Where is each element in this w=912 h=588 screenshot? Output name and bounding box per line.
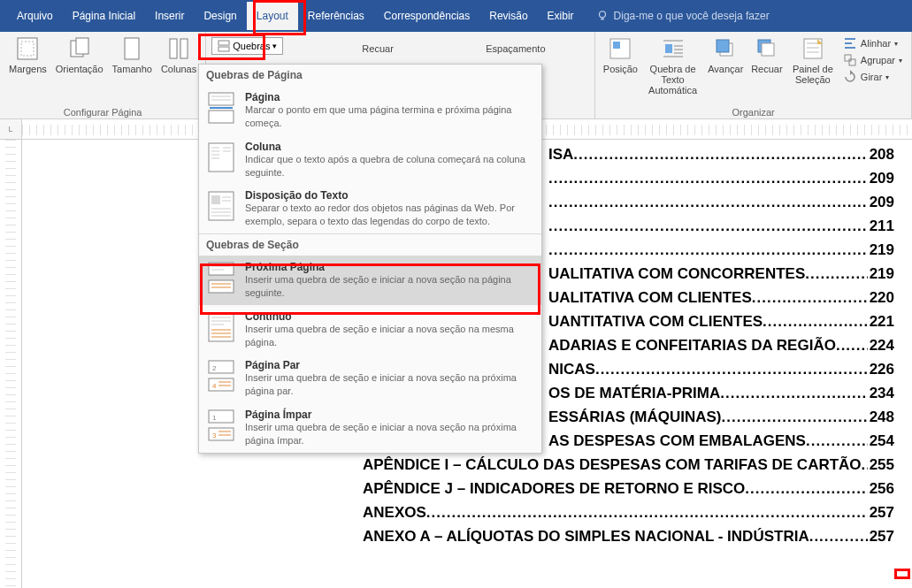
agrupar-label: Agrupar	[861, 55, 895, 65]
toc-page-number: 257	[870, 504, 894, 522]
dd-item-pagina-par[interactable]: 24 Página ParInserir uma quebra de seção…	[199, 354, 541, 403]
agrupar-button[interactable]: Agrupar▾	[843, 52, 902, 68]
dd-section-section-breaks: Quebras de Seção	[199, 234, 541, 256]
quebra-texto-button[interactable]: Quebra de Texto Automática	[642, 34, 704, 97]
dd-item-proxima-pagina[interactable]: Próxima PáginaInserir uma quebra de seçã…	[199, 256, 541, 305]
colunas-label: Colunas	[161, 64, 196, 74]
continuous-section-icon	[206, 310, 236, 344]
tab-referencias[interactable]: Referências	[298, 2, 374, 30]
orientacao-label: Orientação	[56, 64, 103, 74]
chevron-down-icon: ▾	[272, 42, 277, 50]
tab-correspondencias[interactable]: Correspondências	[374, 2, 479, 30]
toc-leader-dots	[745, 480, 867, 498]
toc-text: ADARIAS E CONFEITARIAS DA REGIÃO	[548, 337, 836, 355]
dd-desc: Indicar que o texto após a quebra de col…	[245, 153, 534, 179]
toc-leader-dots	[763, 313, 868, 331]
margens-button[interactable]: Margens	[5, 34, 50, 76]
svg-text:3: 3	[212, 431, 217, 439]
toc-page-number: 221	[870, 313, 894, 331]
odd-page-section-icon: 13	[206, 409, 236, 442]
breaks-icon	[218, 40, 230, 52]
svg-rect-6	[170, 39, 177, 58]
margins-icon	[14, 35, 41, 62]
girar-label: Girar	[861, 72, 882, 82]
dd-title: Próxima Página	[245, 261, 534, 273]
toc-text: ANEXO A – ALÍQUOTAS DO SIMPLES NACIONAL …	[363, 528, 809, 546]
svg-rect-24	[211, 195, 220, 204]
tamanho-label: Tamanho	[112, 64, 152, 74]
recuar-header: Recuar	[362, 43, 393, 54]
toc-page-number: 208	[870, 146, 894, 164]
alinhar-button[interactable]: Alinhar▾	[843, 35, 902, 51]
svg-rect-16	[762, 43, 774, 56]
svg-rect-20	[209, 93, 234, 105]
position-icon	[607, 35, 633, 62]
toc-leader-dots	[548, 194, 868, 211]
toc-line: APÊNDICE I – CÁLCULO DAS DESPESAS COM TA…	[35, 456, 894, 474]
toc-leader-dots	[548, 218, 868, 235]
toc-page-number: 256	[870, 480, 894, 498]
textwrap-icon	[660, 35, 686, 62]
dd-item-continuo[interactable]: ContínuoInserir uma quebra de seção e in…	[199, 305, 541, 355]
tab-pagina-inicial[interactable]: Página Inicial	[63, 2, 145, 30]
avancar-button[interactable]: Avançar	[706, 34, 746, 76]
align-icon	[843, 36, 857, 50]
tab-revisao[interactable]: Revisão	[479, 2, 537, 30]
dd-item-coluna[interactable]: ColunaIndicar que o texto após a quebra …	[199, 135, 541, 185]
dd-item-pagina[interactable]: PáginaMarcar o ponto em que uma página t…	[199, 86, 541, 135]
dd-desc: Separar o texto ao redor dos objetos nas…	[245, 202, 534, 228]
column-break-icon	[206, 141, 236, 174]
toc-text: UALITATIVA COM CLIENTES	[548, 289, 752, 307]
tab-layout[interactable]: Layout	[247, 2, 298, 30]
toc-page-number: 219	[870, 241, 894, 259]
toc-text: APÊNDICE J – INDICADORES DE RETORNO E RI…	[363, 480, 745, 498]
orientacao-button[interactable]: Orientação	[52, 34, 107, 76]
quebras-button[interactable]: Quebras ▾	[211, 37, 283, 55]
ruler-corner: L	[0, 119, 22, 140]
svg-rect-18	[845, 55, 851, 61]
toc-text: OS DE MATÉRIA-PRIMA	[548, 385, 720, 402]
tab-inserir[interactable]: Inserir	[145, 2, 194, 30]
chevron-down-icon: ▾	[885, 73, 889, 81]
dd-section-page-breaks: Quebras de Página	[199, 65, 541, 86]
tab-exibir[interactable]: Exibir	[538, 2, 584, 30]
girar-button[interactable]: Girar▾	[843, 69, 902, 85]
chevron-down-icon: ▾	[899, 57, 902, 65]
group-icon	[843, 53, 857, 67]
arrange-small-buttons: Alinhar▾ Agrupar▾ Girar▾	[839, 34, 906, 85]
tell-me-box[interactable]: Diga-me o que você deseja fazer	[596, 10, 770, 22]
menubar: Arquivo Página Inicial Inserir Design La…	[0, 0, 912, 32]
dd-desc: Inserir uma quebra de seção e iniciar a …	[245, 421, 534, 447]
toc-page-number: 254	[870, 432, 894, 450]
avancar-label: Avançar	[708, 64, 743, 74]
tamanho-button[interactable]: Tamanho	[109, 34, 156, 76]
dd-item-pagina-impar[interactable]: 13 Página ÍmparInserir uma quebra de seç…	[199, 403, 541, 453]
vertical-ruler[interactable]	[0, 140, 22, 588]
toc-page-number: 219	[870, 265, 894, 283]
dd-title: Coluna	[245, 141, 534, 153]
send-backward-icon	[754, 35, 780, 62]
toc-text: APÊNDICE I – CÁLCULO DAS DESPESAS COM TA…	[363, 456, 862, 474]
margens-label: Margens	[9, 64, 47, 74]
toc-page-number: 257	[870, 528, 894, 546]
breaks-dropdown: Quebras de Página PáginaMarcar o ponto e…	[198, 64, 542, 454]
toc-leader-dots	[862, 456, 868, 474]
toc-line: ANEXO A – ALÍQUOTAS DO SIMPLES NACIONAL …	[35, 528, 894, 546]
svg-rect-5	[125, 38, 139, 59]
dd-desc: Inserir uma quebra de seção e iniciar a …	[245, 371, 534, 398]
recuar-label: Recuar	[751, 64, 782, 74]
toc-page-number: 224	[870, 337, 894, 355]
recuar-button[interactable]: Recuar	[747, 34, 786, 76]
dd-item-disposicao-texto[interactable]: Disposição do TextoSeparar o texto ao re…	[199, 184, 541, 233]
svg-rect-11	[613, 42, 620, 49]
dd-desc: Inserir uma quebra de seção e iniciar a …	[245, 273, 534, 300]
columns-icon	[165, 35, 192, 62]
svg-text:1: 1	[212, 414, 217, 422]
toc-leader-dots	[548, 170, 868, 187]
painel-selecao-button[interactable]: Painel de Seleção	[788, 34, 838, 87]
colunas-button[interactable]: Colunas	[157, 34, 200, 76]
tab-design[interactable]: Design	[194, 2, 246, 30]
posicao-button[interactable]: Posição	[601, 34, 640, 76]
tab-arquivo[interactable]: Arquivo	[7, 2, 63, 30]
toc-line: ANEXOS257	[35, 504, 894, 522]
